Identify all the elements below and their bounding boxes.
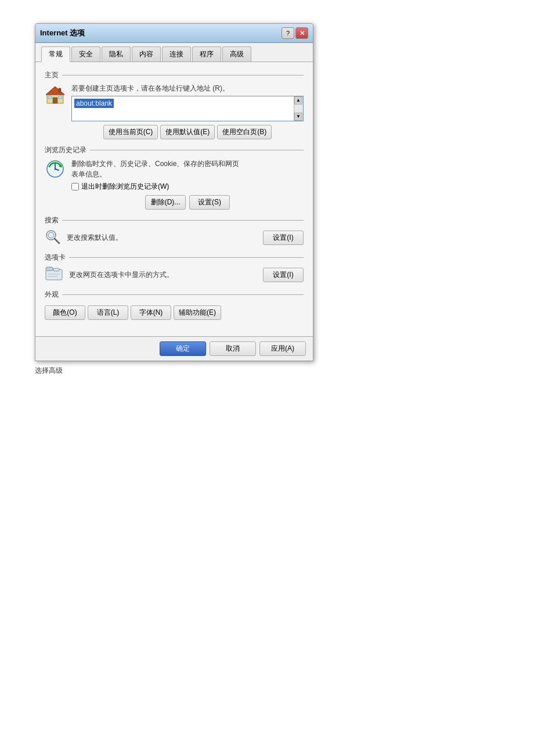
- homepage-right: 若要创建主页选项卡，请在各地址行键入地址 (R)。 about:blank ▲ …: [71, 84, 304, 139]
- homepage-url-area: about:blank ▲ ▼: [71, 96, 304, 121]
- svg-rect-4: [59, 96, 62, 99]
- house-icon: [45, 84, 66, 106]
- svg-rect-15: [46, 267, 53, 271]
- internet-options-dialog: Internet 选项 ? ✕ 常规 安全 隐私 内容 连接 程序 高级 主页: [35, 23, 313, 361]
- svg-rect-3: [48, 96, 52, 99]
- font-button[interactable]: 字体(N): [131, 305, 171, 320]
- search-section-header: 搜索: [45, 215, 304, 225]
- dialog-content: 主页: [35, 62, 313, 336]
- history-section-line: [90, 150, 304, 150]
- svg-marker-1: [46, 87, 64, 95]
- search-row: 更改搜索默认值。 设置(I): [45, 229, 304, 247]
- svg-line-13: [55, 239, 59, 243]
- homepage-section: 主页: [45, 70, 304, 139]
- exit-delete-label: 退出时删除浏览历史记录(W): [81, 182, 169, 192]
- tabs-row: 更改网页在选项卡中显示的方式。 设置(I): [45, 266, 304, 284]
- tab-advanced[interactable]: 高级: [222, 46, 251, 62]
- homepage-section-header: 主页: [45, 70, 304, 80]
- titlebar-controls: ? ✕: [282, 27, 308, 39]
- scroll-up-arrow[interactable]: ▲: [294, 96, 302, 105]
- tab-programs[interactable]: 程序: [192, 46, 221, 62]
- appearance-section-title: 外观: [45, 290, 59, 300]
- dialog-title: Internet 选项: [40, 28, 85, 38]
- scroll-down-arrow[interactable]: ▼: [294, 113, 302, 121]
- tab-security[interactable]: 安全: [71, 46, 100, 62]
- bottom-label: 选择高级: [35, 366, 499, 376]
- homepage-row: 若要创建主页选项卡，请在各地址行键入地址 (R)。 about:blank ▲ …: [45, 84, 304, 139]
- tabs-section-title: 选项卡: [45, 253, 66, 262]
- titlebar: Internet 选项 ? ✕: [35, 24, 313, 43]
- history-description: 删除临时文件、历史记录、Cookie、保存的密码和网页 表单信息。: [71, 159, 304, 179]
- svg-point-12: [48, 232, 54, 238]
- apply-button[interactable]: 应用(A): [259, 341, 306, 356]
- search-section-title: 搜索: [45, 215, 59, 225]
- help-button[interactable]: ?: [282, 27, 294, 39]
- history-section: 浏览历史记录: [45, 145, 304, 210]
- use-blank-button[interactable]: 使用空白页(B): [217, 125, 272, 139]
- svg-rect-2: [53, 98, 57, 103]
- homepage-url-input[interactable]: [72, 96, 294, 121]
- history-row: 删除临时文件、历史记录、Cookie、保存的密码和网页 表单信息。 退出时删除浏…: [45, 159, 304, 210]
- appearance-buttons: 颜色(O) 语言(L) 字体(N) 辅助功能(E): [45, 303, 304, 322]
- use-current-page-button[interactable]: 使用当前页(C): [103, 125, 158, 139]
- exit-delete-checkbox-row: 退出时删除浏览历史记录(W): [71, 182, 304, 192]
- tabs-settings-button[interactable]: 设置(I): [263, 268, 304, 282]
- appearance-section-header: 外观: [45, 290, 304, 300]
- appearance-section: 外观 颜色(O) 语言(L) 字体(N) 辅助功能(E): [45, 290, 304, 322]
- homepage-section-title: 主页: [45, 70, 59, 80]
- color-button[interactable]: 颜色(O): [45, 305, 85, 320]
- ok-button[interactable]: 确定: [160, 341, 206, 356]
- svg-point-9: [55, 168, 56, 170]
- search-description: 更改搜索默认值。: [67, 233, 257, 243]
- language-button[interactable]: 语言(L): [88, 305, 128, 320]
- homepage-buttons: 使用当前页(C) 使用默认值(E) 使用空白页(B): [71, 125, 304, 139]
- history-right: 删除临时文件、历史记录、Cookie、保存的密码和网页 表单信息。 退出时删除浏…: [71, 159, 304, 210]
- appearance-section-line: [62, 294, 304, 295]
- history-settings-button[interactable]: 设置(S): [189, 195, 230, 210]
- tab-privacy[interactable]: 隐私: [102, 46, 131, 62]
- accessibility-button[interactable]: 辅助功能(E): [174, 305, 221, 320]
- close-button[interactable]: ✕: [295, 27, 308, 39]
- tabs-section-line: [69, 257, 304, 258]
- url-scrollbar: ▲ ▼: [294, 96, 303, 121]
- delete-button[interactable]: 删除(D)...: [145, 195, 186, 210]
- history-section-header: 浏览历史记录: [45, 145, 304, 155]
- svg-rect-16: [53, 268, 59, 271]
- exit-delete-checkbox[interactable]: [71, 183, 79, 190]
- history-icon: [45, 159, 66, 181]
- search-section-line: [62, 220, 304, 221]
- history-buttons: 删除(D)... 设置(S): [71, 195, 304, 210]
- tabs-description: 更改网页在选项卡中显示的方式。: [69, 270, 257, 280]
- homepage-description: 若要创建主页选项卡，请在各地址行键入地址 (R)。: [71, 84, 304, 93]
- search-section: 搜索 更改搜索默认值。 设置(I): [45, 215, 304, 247]
- tab-connections[interactable]: 连接: [162, 46, 191, 62]
- tab-general[interactable]: 常规: [41, 46, 70, 62]
- homepage-section-line: [62, 75, 304, 75]
- search-settings-button[interactable]: 设置(I): [263, 231, 304, 245]
- tabs-icon: [45, 266, 63, 284]
- dialog-footer: 确定 取消 应用(A): [35, 336, 313, 361]
- tabs-section-header: 选项卡: [45, 253, 304, 262]
- tab-bar: 常规 安全 隐私 内容 连接 程序 高级: [35, 43, 313, 62]
- use-default-button[interactable]: 使用默认值(E): [160, 125, 215, 139]
- svg-rect-5: [59, 88, 61, 92]
- tabs-settings-section: 选项卡: [45, 253, 304, 284]
- tab-content[interactable]: 内容: [132, 46, 161, 62]
- search-icon: [45, 229, 61, 247]
- history-section-title: 浏览历史记录: [45, 145, 86, 155]
- cancel-button[interactable]: 取消: [210, 341, 256, 356]
